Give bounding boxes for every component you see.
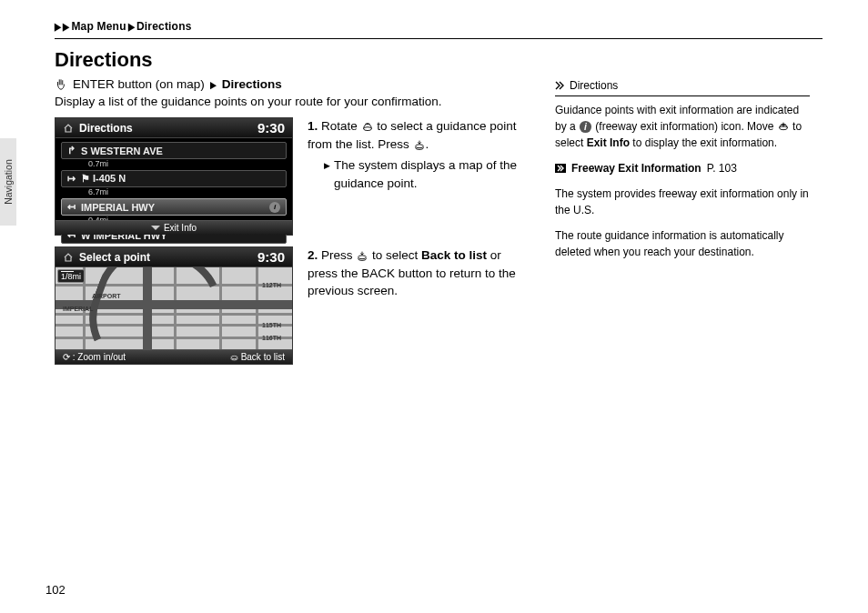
map-label: AIRPORT: [92, 293, 121, 299]
map-label: 115TH: [262, 322, 281, 328]
t: .: [426, 137, 429, 151]
svg-point-6: [358, 256, 367, 259]
press-icon: [230, 353, 238, 361]
screenshot-map-point: Select a point 9:30: [55, 246, 293, 365]
map-label: IMPERIAL: [63, 306, 93, 312]
intro-text: Display a list of the guidance points on…: [55, 95, 519, 108]
exit-info-icon: i: [269, 202, 280, 213]
page-title: Directions: [55, 48, 823, 72]
t: (freeway exit information) icon. Move: [592, 120, 777, 133]
direction-item-selected: ↤ IMPERIAL HWY i: [61, 198, 287, 216]
map: 112TH 115TH 116TH AIRPORT IMPERIAL 1/8mi: [56, 267, 292, 349]
direction-label: IMPERIAL HWY: [81, 202, 155, 213]
zoom-label: ⟳ : Zoom in/out: [63, 352, 126, 362]
home-icon: [63, 252, 74, 263]
cross-ref-page: P. 103: [707, 160, 737, 176]
map-label: 112TH: [262, 282, 281, 288]
section-tab: Navigation: [0, 138, 16, 226]
step-2-text: 2. Press to select Back to list or press…: [308, 246, 519, 300]
t: to select: [368, 248, 421, 262]
sidebar-heading-text: Directions: [570, 77, 618, 94]
page-number: 102: [45, 583, 66, 597]
turn-icon: ↦: [67, 173, 76, 185]
step-1-sub: The system displays a map of the guidanc…: [334, 156, 519, 192]
direction-item: ↦ ⚑ I-405 N: [61, 170, 287, 187]
step-1-text: 1. Rotate to select a guidance point fro…: [308, 117, 519, 192]
exit-info-icon: i: [579, 120, 592, 134]
triangle-icon: ▶: [210, 79, 217, 90]
path-target: Directions: [222, 77, 282, 91]
t: Back to list: [421, 248, 487, 262]
scale-badge: 1/8mi: [57, 269, 85, 283]
direction-item: ↱ S WESTERN AVE: [61, 142, 287, 159]
t: Press: [321, 248, 356, 262]
sidebar-column: Directions Guidance points with exit inf…: [555, 77, 810, 376]
breadcrumb: ▶ ▶ Map Menu ▶ Directions: [55, 20, 823, 33]
hand-icon: [55, 78, 67, 91]
turn-icon: ↱: [67, 145, 76, 156]
triangle-icon: ▶: [63, 21, 69, 32]
path-text: ENTER button (on map): [73, 77, 205, 91]
rotary-icon: [361, 120, 374, 133]
note-icon: [555, 81, 566, 90]
direction-distance: 0.7mi: [88, 159, 287, 168]
direction-label: S WESTERN AVE: [81, 146, 163, 156]
home-icon: [63, 123, 74, 134]
press-icon: [413, 138, 426, 151]
triangle-icon: ▶: [128, 21, 135, 32]
svg-point-2: [415, 144, 423, 147]
svg-point-0: [363, 127, 371, 131]
direction-label: ⚑ I-405 N: [81, 173, 126, 185]
side-p3: The route guidance information is automa…: [555, 227, 810, 260]
nav-path: ENTER button (on map) ▶ Directions: [55, 77, 519, 91]
side-p1: Guidance points with exit information ar…: [555, 102, 810, 151]
bottom-label: Exit Info: [164, 223, 197, 233]
divider: [555, 95, 810, 96]
breadcrumb-part: Map Menu: [71, 20, 126, 33]
breadcrumb-part: Directions: [136, 20, 192, 33]
section-tab-label: Navigation: [3, 159, 14, 205]
move-icon: [777, 120, 790, 133]
divider: [55, 38, 823, 39]
t: Rotate: [321, 119, 361, 133]
triangle-icon: ▶: [324, 160, 330, 192]
t: to display the exit information.: [630, 136, 777, 149]
shot-clock: 9:30: [257, 249, 285, 265]
side-p2: The system provides freeway exit informa…: [555, 186, 810, 218]
cross-ref: Freeway Exit Information P. 103: [555, 160, 810, 176]
back-label: Back to list: [241, 352, 285, 362]
main-column: ENTER button (on map) ▶ Directions Displ…: [55, 77, 519, 376]
scroll-down-icon: [151, 226, 160, 230]
svg-point-4: [231, 356, 237, 358]
shot-title: Directions: [79, 122, 133, 135]
cross-ref-title: Freeway Exit Information: [571, 160, 701, 176]
screenshot-directions-list: Directions 9:30 ↱ S WESTERN AVE 0.7mi ↦ …: [55, 117, 293, 236]
turn-icon: ↤: [67, 201, 76, 213]
shot-clock: 9:30: [257, 120, 285, 136]
link-icon: [555, 164, 566, 173]
shot-title: Select a point: [79, 251, 150, 264]
map-label: 116TH: [262, 335, 281, 341]
press-icon: [356, 249, 368, 262]
sidebar-heading: Directions: [555, 77, 810, 94]
t: Exit Info: [587, 136, 630, 149]
triangle-icon: ▶: [55, 21, 61, 32]
direction-distance: 6.7mi: [88, 187, 287, 196]
